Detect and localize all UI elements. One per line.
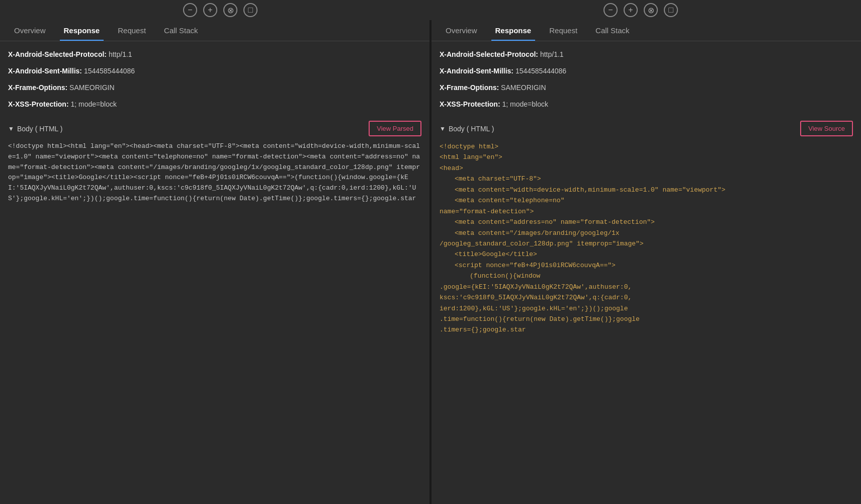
- parsed-line-9: <meta content="/images/branding/googleg/…: [455, 228, 853, 238]
- right-panel-body: X-Android-Selected-Protocol: http/1.1 X-…: [432, 41, 861, 504]
- close-btn-left[interactable]: ⊗: [223, 3, 237, 17]
- view-parsed-button[interactable]: View Parsed: [369, 121, 421, 136]
- body-section-title-left: Body ( HTML ): [17, 125, 63, 133]
- parsed-line-12: <script nonce="feB+4Pj01s0iRCW6couvqA=="…: [455, 260, 853, 271]
- left-window-controls: − + ⊗ □: [10, 3, 430, 17]
- header-selected-protocol-right: X-Android-Selected-Protocol: http/1.1: [440, 46, 853, 63]
- left-panel: Overview Response Request Call Stack X-A…: [0, 20, 429, 504]
- parsed-line-7: name="format-detection">: [440, 206, 853, 217]
- right-parsed-content: <!doctype html> <html lang="en"> <head> …: [440, 141, 853, 335]
- parsed-line-13: (function(){window: [470, 271, 853, 281]
- parsed-line-17: .time=function(){return(new Date).getTim…: [440, 314, 853, 324]
- header-xss-protection-left: X-XSS-Protection: 1; mode=block: [8, 96, 421, 113]
- top-bar: − + ⊗ □ − + ⊗ □: [0, 0, 861, 20]
- tab-callstack-left[interactable]: Call Stack: [155, 20, 207, 41]
- left-tab-bar: Overview Response Request Call Stack: [0, 20, 429, 41]
- parsed-line-14: .google={kEI:'5IAQXJyVNaiL0gK2t72QAw',au…: [440, 282, 853, 292]
- close-btn-right[interactable]: ⊗: [644, 3, 658, 17]
- tab-overview-right[interactable]: Overview: [437, 20, 486, 41]
- fullscreen-btn-left[interactable]: □: [243, 3, 257, 17]
- tab-callstack-right[interactable]: Call Stack: [586, 20, 639, 41]
- left-panel-body: X-Android-Selected-Protocol: http/1.1 X-…: [0, 41, 429, 504]
- parsed-line-18: .timers={};google.star: [440, 324, 853, 335]
- header-selected-protocol-left: X-Android-Selected-Protocol: http/1.1: [8, 46, 421, 63]
- left-body-content: <!doctype html><html lang="en"><head><me…: [8, 141, 421, 204]
- tab-response-right[interactable]: Response: [486, 20, 541, 41]
- parsed-line-6: <meta content="telephone=no": [455, 195, 853, 206]
- tab-overview-left[interactable]: Overview: [5, 20, 55, 41]
- right-panel: Overview Response Request Call Stack X-A…: [432, 20, 861, 504]
- minimize-btn-right[interactable]: −: [604, 3, 618, 17]
- parsed-line-8: <meta content="address=no" name="format-…: [455, 217, 853, 227]
- arrow-icon-left: ▼: [8, 125, 14, 132]
- body-section-title-right: Body ( HTML ): [449, 125, 494, 133]
- tab-request-right[interactable]: Request: [540, 20, 586, 41]
- parsed-line-4: <meta charset="UTF-8">: [455, 174, 853, 184]
- minimize-btn-left[interactable]: −: [183, 3, 197, 17]
- header-sent-millis-left: X-Android-Sent-Millis: 1544585444086: [8, 63, 421, 79]
- fullscreen-btn-right[interactable]: □: [664, 3, 678, 17]
- parsed-line-10: /googleg_standard_color_128dp.png" itemp…: [440, 238, 853, 249]
- header-frame-options-right: X-Frame-Options: SAMEORIGIN: [440, 79, 853, 96]
- parsed-line-5: <meta content="width=device-width,minimu…: [455, 185, 853, 195]
- arrow-icon-right: ▼: [440, 125, 446, 132]
- body-section-right: ▼ Body ( HTML ) View Source: [440, 121, 853, 136]
- parsed-line-1: <!doctype html>: [440, 141, 853, 152]
- header-xss-protection-right: X-XSS-Protection: 1; mode=block: [440, 96, 853, 113]
- parsed-line-11: <title>Google</title>: [455, 249, 853, 260]
- header-frame-options-left: X-Frame-Options: SAMEORIGIN: [8, 79, 421, 96]
- header-sent-millis-right: X-Android-Sent-Millis: 1544585444086: [440, 63, 853, 79]
- parsed-line-16: ierd:1200},kGL:'US'};google.kHL='en';})(…: [440, 303, 853, 314]
- tab-request-left[interactable]: Request: [109, 20, 155, 41]
- body-section-left: ▼ Body ( HTML ) View Parsed: [8, 121, 421, 136]
- parsed-line-15: kscs:'c9c918f0_5IAQXJyVNaiL0gK2t72QAw',q…: [440, 292, 853, 303]
- maximize-btn-left[interactable]: +: [203, 3, 217, 17]
- parsed-line-3: <head>: [440, 163, 853, 174]
- right-tab-bar: Overview Response Request Call Stack: [432, 20, 861, 41]
- maximize-btn-right[interactable]: +: [624, 3, 638, 17]
- tab-response-left[interactable]: Response: [55, 20, 109, 41]
- main-content: Overview Response Request Call Stack X-A…: [0, 20, 861, 504]
- right-window-controls: − + ⊗ □: [430, 3, 851, 17]
- view-source-button[interactable]: View Source: [800, 121, 853, 136]
- parsed-line-2: <html lang="en">: [440, 152, 853, 162]
